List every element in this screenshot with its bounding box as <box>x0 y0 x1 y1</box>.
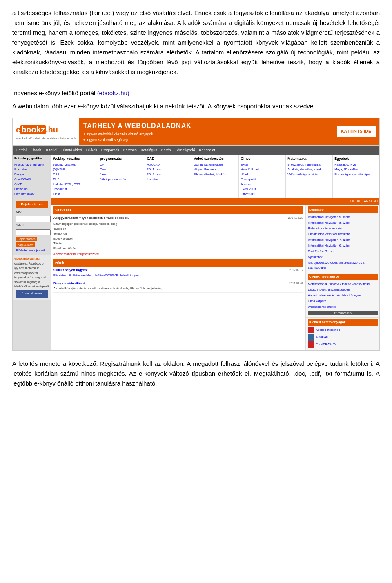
newest-item7[interactable]: Past Perfect Tense <box>308 249 378 254</box>
nav-item-temafigyelő[interactable]: Témafigyelő <box>173 146 197 154</box>
nav-item-programok[interactable]: Programok <box>99 146 121 154</box>
col-weblap-item4[interactable]: PHP <box>53 177 96 182</box>
news-item1: 2012.02.12 9000Ft helyett ingyen! Részle… <box>53 268 303 279</box>
col-prog-item3[interactable]: Java <box>100 172 143 177</box>
col-egyebek-item3[interactable]: Biztonságos számítógépen <box>334 172 378 177</box>
nav-item-tutorial[interactable]: Tutorial <box>43 146 60 154</box>
sidebar-pass-input[interactable] <box>16 229 51 235</box>
banner-btn[interactable]: KATTINTS IDE! <box>337 126 376 137</box>
nav-item-oktato[interactable]: Oktató videó <box>59 146 84 154</box>
col-office-item7[interactable]: Office 2010 <box>241 192 284 197</box>
col-office-item2[interactable]: Haladó Excel <box>241 167 284 172</box>
sidebar-item-photoshoprol[interactable]: Photoshopról mindent <box>14 162 49 167</box>
vote-option6[interactable]: Egyéb eszközön <box>53 246 303 251</box>
article-item4[interactable]: Okos karperc <box>308 298 378 304</box>
featured-label-photoshop[interactable]: Adobe Photoshop <box>316 327 340 332</box>
col-cad-item4[interactable]: Inventor <box>147 177 190 182</box>
col-cad-item3[interactable]: 3D, 2. rész <box>147 172 190 177</box>
col-weblap-item7[interactable]: Flash <box>53 192 96 197</box>
vote-option1[interactable]: Számítógépen (beleértve laptop, netbook,… <box>53 222 303 226</box>
sidebar-fb-btn[interactable]: f csatlakozom <box>16 290 48 298</box>
main-paragraph: a tisztességes felhasználás (fair use) v… <box>12 8 380 77</box>
sidebar-forgot-link[interactable]: Elfelejtettem a jelszót <box>14 248 49 253</box>
col-weblap-item2[interactable]: (X)HTML <box>53 167 96 172</box>
sidebar-register-btn[interactable]: Regisztrálók <box>16 242 35 247</box>
articles-all-btn[interactable]: Az összes cikk <box>308 311 378 315</box>
col-egyebek-item1[interactable]: Hálózatok, IPv6 <box>334 162 378 167</box>
col-mat-item1[interactable]: 9. osztályos matematika <box>287 162 331 167</box>
newest-item6[interactable]: Informatikai Navigátor, 6. szám <box>308 243 378 249</box>
article-item3[interactable]: Android alkalmazás készítése könnyen <box>308 293 378 298</box>
col-cad-item1[interactable]: AutoCAD <box>147 162 190 167</box>
nav-item-cikkek[interactable]: Cikkek <box>84 146 99 154</box>
nav-item-ebook[interactable]: Ebook <box>29 146 43 154</box>
nav-item-fotdal[interactable]: Fotdal <box>14 146 29 154</box>
newest-item8[interactable]: Nyomtatók <box>308 254 378 260</box>
featured-label-autocad[interactable]: AutoCAD <box>316 335 328 340</box>
col-weblap-item3[interactable]: CSS <box>53 172 96 177</box>
sidebar-item-design[interactable]: Design <box>14 172 49 177</box>
col-weblap-item1[interactable]: Weblap készítés <box>53 162 96 167</box>
sidebar-photoshop: Fotoshop, grafika Photoshopról mindent I… <box>13 155 51 198</box>
col-cad-title: CAD <box>147 156 190 162</box>
vote-date: 2014.02.22 <box>288 215 303 220</box>
news-title2[interactable]: Design módosítások <box>53 281 303 286</box>
col-weblap-item5[interactable]: Haladó HTML, CSS <box>53 182 96 187</box>
col-cad-item2[interactable]: 3D, 1. rész <box>147 167 190 172</box>
sub-paragraph: A weboldalon több ezer e-könyv közül vál… <box>12 101 380 111</box>
newest-item4[interactable]: Okostelefon vásárlási útmutató <box>308 231 378 237</box>
newest-item3[interactable]: Biztonságos internetezés <box>308 226 378 231</box>
newest-item2[interactable]: Informatikai Navigátor, 8. szám <box>308 220 378 226</box>
col-weblap-item6[interactable]: Javascript <box>53 187 96 192</box>
col-prog-item4[interactable]: Játék programozás <box>100 177 143 182</box>
col-video-title: Videó szerkesztés <box>194 156 237 162</box>
sidebar-login-btn[interactable]: Bejelentkezés <box>16 237 37 241</box>
sidebar-item-gimp[interactable]: GIMP <box>14 182 49 187</box>
sidebar-item-foto[interactable]: Fotó útmunkák <box>14 192 49 197</box>
vote-option3[interactable]: Telefonon <box>53 231 303 236</box>
col-video-item2[interactable]: Vágás, Premiere <box>194 167 237 172</box>
sidebar-item-illustrator[interactable]: Illustrator <box>14 167 49 172</box>
article-item5[interactable]: Webkamerás játékok <box>308 304 378 310</box>
sidebar-item-fireworks[interactable]: Fireworks <box>14 187 49 192</box>
col-video-item3[interactable]: Filmes effektek, trükkök <box>194 172 237 177</box>
sidebar-promo-line6: trükkökről, érdekességekről <box>14 284 49 289</box>
col-mat-item2[interactable]: Analízis, deriválás, sorok <box>287 167 331 172</box>
article-item2[interactable]: LEGO ingyen, a számítógépen <box>308 287 378 293</box>
vote-option5[interactable]: Tévén <box>53 241 303 246</box>
col-office-item3[interactable]: Word <box>241 172 284 177</box>
center-columns: Szavazás A leggyakrabban milyen eszközön… <box>51 205 379 350</box>
nav-item-katalogus[interactable]: Katalógus <box>139 146 159 154</box>
newest-item1[interactable]: Informatikai Navigátor, 9. szám <box>308 214 378 220</box>
featured-label-coreldraw[interactable]: CorelDRAW X4 <box>316 342 337 347</box>
vote-option2[interactable]: Tablet-en <box>53 226 303 231</box>
sidebar-user-input[interactable] <box>16 216 51 222</box>
news-link1[interactable]: Részletek: http://videotanfolyam.hu/hire… <box>53 273 303 278</box>
website-right-sidebar: Legújabb Informatikai Navigátor, 9. szám… <box>306 205 379 350</box>
col-mat-item3[interactable]: Valószínűségszámítás <box>287 172 331 177</box>
banner-btn-area[interactable]: KATTINTS IDE! <box>330 118 379 145</box>
col-office-item1[interactable]: Excel <box>241 162 284 167</box>
website-screenshot: ebookz.hu ebook oktató videó tutorial vi… <box>12 118 380 351</box>
col-prog-item1[interactable]: C# <box>100 162 143 167</box>
article-item1[interactable]: Mobiltelefonok, tablet-ek töltése vezeté… <box>308 281 378 287</box>
newest-item9[interactable]: Mikroprocesszorok és társprocesszorok a … <box>308 260 378 271</box>
vote-option4[interactable]: Ebook olvasón <box>53 236 303 241</box>
newest-item5[interactable]: Informatikai Navigátor, 7. szám <box>308 237 378 243</box>
nav-item-keres[interactable]: Kérés <box>159 146 173 154</box>
news-title1[interactable]: 9000Ft helyett ingyen! <box>53 268 303 273</box>
featured-item2: AutoCAD <box>308 334 378 341</box>
col-office-item6[interactable]: Excel 2003 <box>241 187 284 192</box>
col-office: Office Excel Haladó Excel Word Powerpoin… <box>239 155 286 198</box>
col-prog-item2[interactable]: C++ <box>100 167 143 172</box>
ebookz-link[interactable]: (ebookz.hu) <box>97 90 129 96</box>
sidebar-user-label: Név: <box>14 209 49 215</box>
col-office-item5[interactable]: Access <box>241 182 284 187</box>
col-office-item4[interactable]: Powerpoint <box>241 177 284 182</box>
nav-item-kereses[interactable]: Keresés <box>121 146 139 154</box>
sidebar-item-coreldraw[interactable]: CorelDRAW <box>14 177 49 182</box>
sidebar-login-section: Bejelentkezés Név: Jelszó: Bejelentkezés… <box>13 198 51 255</box>
nav-item-kapcsolat[interactable]: Kapcsolat <box>197 146 217 154</box>
col-video-item1[interactable]: Utómunka, effektezés <box>194 162 237 167</box>
col-egyebek-item2[interactable]: Maya, 3D grafika <box>334 167 378 172</box>
